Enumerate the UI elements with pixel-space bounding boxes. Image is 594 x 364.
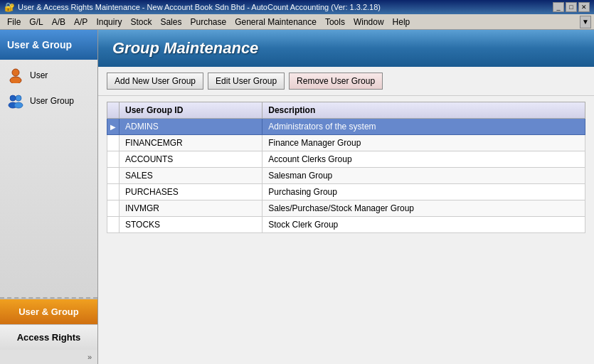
maximize-button[interactable]: □ (566, 2, 577, 12)
menu-inquiry[interactable]: Inquiry (92, 16, 126, 28)
edit-user-group-button[interactable]: Edit User Group (208, 73, 285, 90)
table-row[interactable]: SALESSalesman Group (107, 168, 585, 184)
svg-point-0 (12, 69, 19, 76)
cell-description: Salesman Group (262, 168, 585, 184)
cell-group-id: PURCHASES (120, 184, 262, 200)
cell-description: Purchasing Group (262, 184, 585, 200)
minimize-button[interactable]: _ (553, 2, 564, 12)
col-selector (107, 102, 120, 119)
sidebar-title: User & Group (7, 39, 72, 50)
menu-stock[interactable]: Stock (126, 16, 156, 28)
table-row[interactable]: ACCOUNTSAccount Clerks Group (107, 151, 585, 168)
row-arrow (107, 135, 120, 151)
cell-description: Account Clerks Group (262, 151, 585, 168)
menu-sales[interactable]: Sales (156, 16, 186, 28)
col-user-group-id: User Group ID (120, 102, 262, 119)
add-new-user-group-button[interactable]: Add New User Group (107, 73, 203, 90)
sidebar-item-usergroup-label: User Group (30, 96, 74, 106)
cell-group-id: STOCKS (120, 217, 262, 233)
sidebar-bottom: User & Group Access Rights » (0, 297, 97, 364)
menu-purchase[interactable]: Purchase (186, 16, 230, 28)
table-row[interactable]: FINANCEMGRFinance Manager Group (107, 135, 585, 151)
menu-general-maintenance[interactable]: General Maintenance (230, 16, 321, 28)
col-description: Description (262, 102, 585, 119)
app-icon: 🔐 (4, 2, 15, 12)
cell-group-id: FINANCEMGR (120, 135, 262, 151)
sidebar-accessrights-button[interactable]: Access Rights (0, 324, 97, 350)
svg-point-2 (10, 95, 16, 101)
row-arrow (107, 151, 120, 168)
sidebar-item-user[interactable]: User (0, 63, 97, 88)
cell-group-id: ACCOUNTS (120, 151, 262, 168)
menu-gl[interactable]: G/L (25, 16, 47, 28)
table-row[interactable]: STOCKSStock Clerk Group (107, 217, 585, 233)
content-area: Group Maintenance Add New User Group Edi… (98, 30, 594, 364)
svg-point-1 (10, 77, 21, 83)
menu-ap[interactable]: A/P (70, 16, 92, 28)
main-layout: User & Group User (0, 30, 594, 364)
user-icon (7, 67, 24, 84)
row-arrow (107, 184, 120, 200)
remove-user-group-button[interactable]: Remove User Group (289, 73, 383, 90)
svg-point-5 (14, 102, 23, 108)
cell-description: Finance Manager Group (262, 135, 585, 151)
sidebar-item-usergroup[interactable]: User Group (0, 88, 97, 114)
menu-window[interactable]: Window (349, 16, 388, 28)
menubar-expand-arrow[interactable]: ▼ (580, 16, 591, 28)
titlebar-controls[interactable]: _ □ ✕ (553, 2, 590, 12)
cell-group-id: INVMGR (120, 200, 262, 217)
row-arrow (107, 168, 120, 184)
chevron-right-icon: » (87, 353, 92, 361)
menubar: File G/L A/B A/P Inquiry Stock Sales Pur… (0, 14, 594, 30)
sidebar-header: User & Group (0, 30, 97, 60)
user-groups-table: User Group ID Description ▶ADMINSAdminis… (107, 102, 585, 233)
row-arrow (107, 217, 120, 233)
sidebar-item-user-label: User (30, 70, 48, 80)
sidebar: User & Group User (0, 30, 98, 364)
row-arrow: ▶ (107, 119, 120, 135)
table-body: ▶ADMINSAdministrators of the systemFINAN… (107, 119, 585, 233)
titlebar-title: User & Access Rights Maintenance - New A… (18, 3, 381, 11)
menu-help[interactable]: Help (388, 16, 415, 28)
cell-group-id: SALES (120, 168, 262, 184)
sidebar-usergroup-button[interactable]: User & Group (0, 299, 97, 324)
titlebar: 🔐 User & Access Rights Maintenance - New… (0, 0, 594, 14)
toolbar: Add New User Group Edit User Group Remov… (98, 67, 594, 96)
menu-file[interactable]: File (3, 16, 25, 28)
usergroup-icon (7, 92, 24, 109)
close-button[interactable]: ✕ (578, 2, 590, 12)
table-container: User Group ID Description ▶ADMINSAdminis… (98, 96, 594, 364)
svg-point-4 (16, 95, 21, 101)
sidebar-nav: User User Group (0, 60, 97, 297)
content-header: Group Maintenance (98, 30, 594, 67)
titlebar-left: 🔐 User & Access Rights Maintenance - New… (4, 2, 381, 12)
sidebar-expand-button[interactable]: » (0, 350, 97, 364)
cell-group-id: ADMINS (120, 119, 262, 135)
menu-tools[interactable]: Tools (321, 16, 349, 28)
table-header-row: User Group ID Description (107, 102, 585, 119)
table-row[interactable]: ▶ADMINSAdministrators of the system (107, 119, 585, 135)
menu-ab[interactable]: A/B (48, 16, 70, 28)
row-arrow (107, 200, 120, 217)
cell-description: Stock Clerk Group (262, 217, 585, 233)
page-title: Group Maintenance (112, 39, 258, 58)
table-row[interactable]: PURCHASESPurchasing Group (107, 184, 585, 200)
cell-description: Administrators of the system (262, 119, 585, 135)
table-row[interactable]: INVMGRSales/Purchase/Stock Manager Group (107, 200, 585, 217)
cell-description: Sales/Purchase/Stock Manager Group (262, 200, 585, 217)
